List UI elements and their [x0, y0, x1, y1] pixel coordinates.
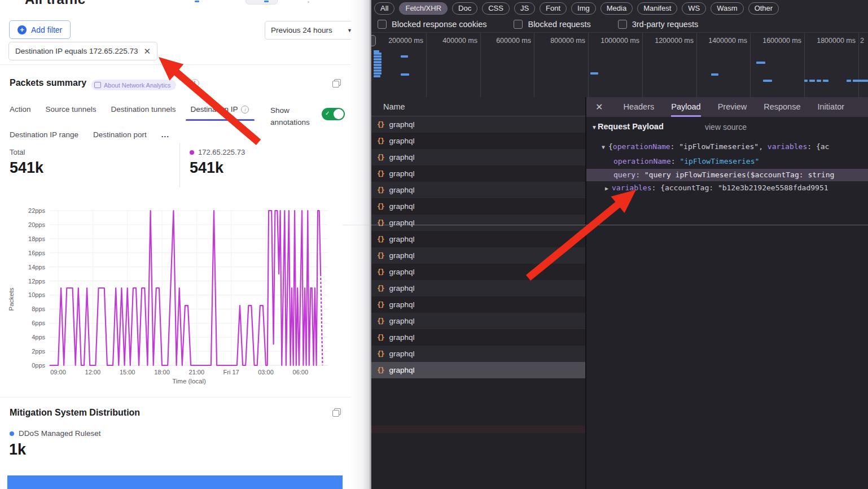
time-range-dropdown[interactable]: Previous 24 hours ▼ [265, 21, 351, 40]
payload-summary-line[interactable]: ▼{operationName: "ipFlowTimeseries", var… [602, 142, 829, 151]
filter-chip-label: Destination IP equals 172.65.225.73 [15, 47, 138, 55]
filter-pill-font[interactable]: Font [540, 2, 567, 15]
packets-tab-destination-port[interactable]: Destination port [93, 130, 147, 139]
timeline-gridline [480, 33, 481, 97]
book-icon [94, 82, 101, 88]
expand-card-icon[interactable] [332, 79, 341, 88]
network-overview-timeline[interactable]: 200000 ms400000 ms600000 ms800000 ms1000… [371, 33, 868, 98]
payload-variables-row[interactable]: ▶variables: {accountTag: "b12e3b2192ee55… [605, 184, 828, 192]
request-row-graphql[interactable]: {}graphql [371, 346, 585, 362]
detail-tab-headers[interactable]: Headers [623, 97, 654, 117]
filter-pill-wasm[interactable]: Wasm [711, 2, 743, 15]
checkbox-3rd-party-requests[interactable]: 3rd-party requests [618, 20, 699, 29]
request-row-graphql[interactable]: {}graphql [371, 133, 585, 149]
filter-pill-doc[interactable]: Doc [452, 2, 477, 15]
detail-tab-payload[interactable]: Payload [671, 97, 700, 117]
filter-pill-media[interactable]: Media [600, 2, 633, 15]
timeline-gridline [642, 33, 643, 97]
request-row-graphql[interactable]: {}graphql [371, 264, 585, 280]
script-resource-icon: {} [377, 170, 384, 178]
script-resource-icon: {} [377, 203, 384, 211]
legend-dot [10, 431, 14, 436]
panel-scrollbar-gutter[interactable] [351, 0, 371, 489]
filter-pill-fetch-xhr[interactable]: Fetch/XHR [399, 2, 448, 15]
view-source-link[interactable]: view source [705, 123, 747, 132]
detail-tab-initiator[interactable]: Initiator [818, 97, 845, 117]
request-payload-section[interactable]: ▼Request Payload [591, 122, 664, 131]
payload-query-row[interactable]: query: "query ipFlowTimeseries($accountT… [613, 171, 834, 179]
badge-label: About Network Analytics [104, 82, 171, 89]
filter-pill-js[interactable]: JS [514, 2, 535, 15]
packets-tab--[interactable]: ... [161, 130, 169, 139]
filter-pill-css[interactable]: CSS [482, 2, 510, 15]
svg-text:12:00: 12:00 [85, 369, 101, 376]
waterfall-bar [823, 80, 828, 82]
stat-value: 541k [190, 159, 245, 177]
request-row-graphql[interactable]: {}graphql [371, 231, 585, 247]
request-row-graphql[interactable]: {}graphql [371, 182, 585, 198]
request-row-graphql[interactable]: {}graphql [371, 329, 585, 346]
checkbox-box[interactable] [378, 20, 387, 29]
packets-tab-destination-ip[interactable]: Destination IPi [190, 105, 249, 113]
timeline-gridline [588, 33, 589, 97]
script-resource-icon: {} [377, 186, 384, 194]
waterfall-bar [374, 61, 382, 63]
waterfall-bar [401, 55, 408, 58]
script-resource-icon: {} [377, 121, 384, 129]
checkbox-box[interactable] [514, 20, 523, 29]
script-resource-icon: {} [377, 366, 384, 374]
request-row-graphql[interactable]: {}graphql [371, 215, 585, 231]
expand-card-icon[interactable] [332, 408, 341, 417]
packets-tab-destination-ip-range[interactable]: Destination IP range [10, 130, 78, 139]
svg-text:06:00: 06:00 [293, 369, 309, 376]
detail-tab-preview[interactable]: Preview [718, 97, 747, 117]
remove-filter-icon[interactable]: ✕ [143, 46, 151, 56]
request-row-graphql[interactable]: {}graphql [371, 149, 585, 165]
detail-tab-response[interactable]: Response [764, 97, 800, 117]
packets-tab-source-tunnels[interactable]: Source tunnels [46, 105, 97, 113]
check-icon: ✓ [325, 110, 330, 116]
request-row-graphql[interactable]: {}graphql [371, 247, 585, 264]
request-row-graphql[interactable]: {}graphql [371, 116, 585, 133]
filter-pill-img[interactable]: Img [571, 2, 596, 15]
about-network-analytics-badge[interactable]: About Network Analytics [91, 80, 176, 90]
checkbox-blocked-response-cookies[interactable]: Blocked response cookies [378, 20, 486, 29]
filter-pill-ws[interactable]: WS [682, 2, 706, 15]
packets-tabs-row2: Destination IP rangeDestination port... [10, 130, 169, 139]
request-row-graphql[interactable]: {}graphql [371, 198, 585, 215]
legend-dot [190, 150, 194, 155]
close-icon[interactable]: ✕ [595, 102, 603, 112]
packets-tab-action[interactable]: Action [10, 105, 31, 113]
timeline-gridline [804, 33, 805, 97]
add-filter-label: Add filter [31, 25, 62, 34]
request-row-graphql[interactable]: {}graphql [371, 280, 585, 296]
filter-pill-all[interactable]: All [374, 2, 394, 15]
request-row-graphql[interactable]: {}graphql [371, 313, 585, 329]
filter-pill-manifest[interactable]: Manifest [637, 2, 677, 15]
packets-tab-destination-tunnels[interactable]: Destination tunnels [111, 105, 176, 113]
filter-pill-other[interactable]: Other [748, 2, 779, 15]
svg-text:4pps: 4pps [32, 334, 45, 340]
waterfall-bar [847, 80, 851, 82]
waterfall-bar [374, 67, 382, 69]
request-type-filter-bar: AllFetch/XHRDocCSSJSFontImgMediaManifest… [371, 0, 868, 16]
request-row-graphql[interactable]: {}graphql [371, 362, 585, 378]
name-column-header[interactable]: Name [371, 97, 585, 116]
payload-operation-row[interactable]: operationName: "ipFlowTimeseries" [613, 157, 759, 165]
checkbox-box[interactable] [618, 20, 627, 29]
checkbox-blocked-requests[interactable]: Blocked requests [514, 20, 590, 29]
add-filter-button[interactable]: + Add filter [9, 20, 71, 39]
detail-tabbar: ✕ HeadersPayloadPreviewResponseInitiator [586, 97, 868, 117]
script-resource-icon: {} [377, 285, 384, 292]
show-annotations-toggle[interactable]: ✓ [322, 108, 345, 120]
svg-text:2pps: 2pps [32, 348, 45, 355]
request-row-graphql[interactable]: {}graphql [371, 165, 585, 182]
timeline-tick-label: 200000 ms [374, 37, 423, 45]
svg-text:12pps: 12pps [28, 278, 45, 285]
timeline-tick-label: 400000 ms [428, 37, 477, 45]
filter-chip[interactable]: Destination IP equals 172.65.225.73 ✕ [8, 42, 157, 60]
waterfall-bar [862, 80, 868, 82]
divider [0, 397, 351, 398]
waterfall-bar [374, 55, 382, 58]
request-row-graphql[interactable]: {}graphql [371, 296, 585, 313]
